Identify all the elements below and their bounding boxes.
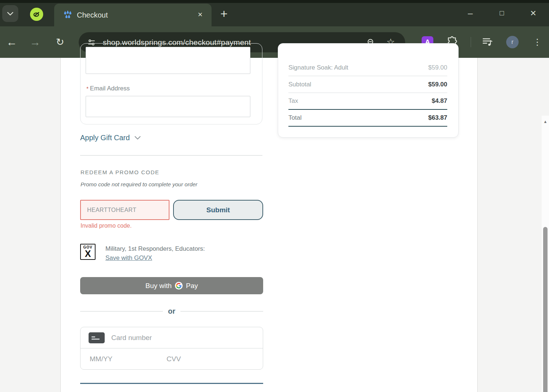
chevron-down-icon [7, 11, 14, 16]
media-controls-icon[interactable] [482, 36, 493, 47]
required-asterisk: * [86, 85, 89, 92]
google-g-icon [175, 282, 183, 290]
or-text: or [163, 307, 180, 316]
total-value: $63.87 [428, 114, 447, 122]
pinned-tab-favicon[interactable] [30, 8, 43, 21]
card-number-input[interactable] [111, 334, 263, 342]
worldsprings-drops-favicon [62, 10, 73, 20]
promo-error-text: Invalid promo code. [81, 223, 132, 229]
forward-button[interactable]: → [25, 26, 45, 58]
subtotal-label: Subtotal [288, 81, 311, 88]
tab-search-button[interactable] [2, 5, 18, 22]
tax-value: $4.87 [432, 97, 447, 105]
tab-title: Checkout [77, 11, 194, 19]
govx-audience-text: Military, 1st Responders, Educators: [105, 244, 205, 253]
tab-close-icon[interactable]: × [194, 9, 206, 21]
maximize-button[interactable]: □ [486, 2, 518, 24]
scroll-up-arrow[interactable]: ▲ [542, 119, 549, 124]
chevron-down-icon [134, 136, 141, 140]
reload-button[interactable]: ↻ [50, 26, 70, 58]
apply-gift-card-toggle[interactable]: Apply Gift Card [80, 134, 141, 142]
order-summary-card: Signature Soak: Adult $59.00 Subtotal $5… [278, 43, 459, 138]
email-label-text: Email Address [90, 85, 130, 92]
card-expiry-cvv-row [81, 348, 263, 369]
tab-checkout[interactable]: Checkout × [54, 4, 212, 26]
summary-row-subtotal: Subtotal $59.00 [288, 76, 447, 93]
govx-logo-x: X [85, 249, 91, 258]
card-number-row [81, 327, 263, 348]
promo-submit-button[interactable]: Submit [173, 200, 263, 220]
checkout-content: *Email Address Apply Gift Card REDEEM A … [60, 58, 478, 392]
window-controls: – □ × [455, 0, 549, 26]
browser-menu-icon[interactable]: ⋮ [531, 34, 543, 50]
section-rule-dark [80, 383, 263, 384]
checkout-page: *Email Address Apply Gift Card REDEEM A … [0, 58, 549, 392]
cvv-input[interactable] [167, 355, 232, 363]
summary-row-item: Signature Soak: Adult $59.00 [288, 60, 447, 76]
name-field[interactable] [86, 47, 250, 74]
promo-heading: REDEEM A PROMO CODE [81, 169, 159, 175]
promo-code-input[interactable] [80, 200, 169, 220]
gpay-button[interactable]: Buy with Pay [80, 277, 263, 294]
toolbar-divider [471, 37, 471, 47]
close-window-button[interactable]: × [518, 2, 549, 24]
gpay-prefix: Buy with [145, 282, 172, 290]
line-item-label: Signature Soak: Adult [288, 64, 348, 71]
new-tab-button[interactable]: + [217, 7, 231, 21]
expiry-input[interactable] [90, 355, 167, 363]
apply-gift-card-label: Apply Gift Card [80, 134, 130, 142]
divider-line [180, 311, 263, 311]
scrollbar-thumb[interactable] [543, 227, 548, 392]
minimize-button[interactable]: – [455, 2, 486, 24]
email-field[interactable] [86, 96, 250, 117]
email-label: *Email Address [86, 85, 130, 92]
profile-avatar[interactable]: r [506, 36, 519, 48]
pinned-favicon-glyph [33, 10, 41, 18]
subtotal-value: $59.00 [428, 81, 447, 88]
scrollbar[interactable]: ▲ ▼ [542, 116, 549, 392]
govx-text-block: Military, 1st Responders, Educators: Sav… [105, 244, 205, 262]
total-label: Total [288, 114, 302, 122]
tax-label: Tax [288, 97, 298, 105]
gpay-suffix: Pay [186, 282, 198, 290]
browser-titlebar: Checkout × + – □ × [0, 0, 549, 26]
govx-save-link[interactable]: Save with GOVX [105, 254, 152, 261]
credit-card-icon [89, 332, 105, 343]
promo-note: Promo code not required to complete your… [81, 181, 197, 187]
divider-line [80, 311, 163, 311]
card-entry-group [80, 327, 263, 370]
summary-row-total: Total $63.87 [288, 110, 447, 127]
section-divider [80, 155, 262, 156]
summary-row-tax: Tax $4.87 [288, 93, 447, 110]
line-item-value: $59.00 [428, 64, 447, 71]
back-button[interactable]: ← [1, 26, 22, 58]
or-divider: or [80, 306, 263, 316]
govx-logo: GOV X [80, 244, 96, 260]
